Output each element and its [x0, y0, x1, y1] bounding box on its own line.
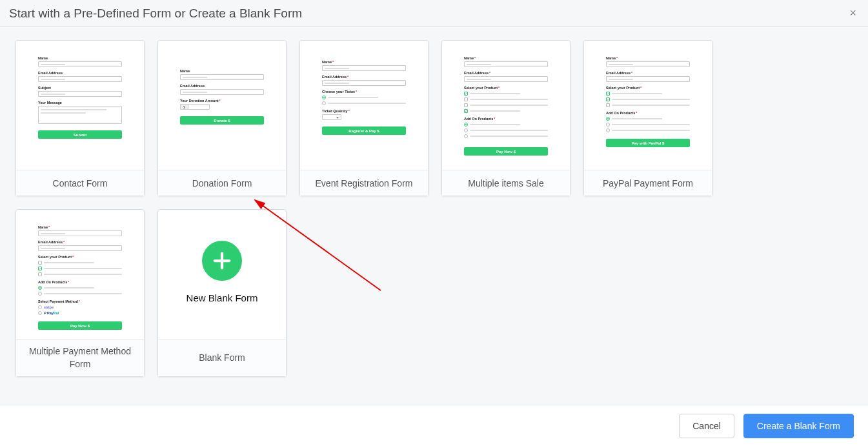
field-select-qty [322, 114, 341, 120]
card-preview: Name* Email Address* Choose your Ticket*… [300, 41, 428, 170]
addon-option [38, 292, 122, 296]
method-paypal: P PayPal [38, 311, 122, 315]
preview-register-button: Register & Pay $ [322, 127, 406, 135]
product-option [606, 97, 690, 101]
template-card-multi-sale[interactable]: Name* Email Address* Select your Product… [441, 40, 570, 196]
field-input [464, 76, 548, 82]
field-input [38, 245, 122, 251]
card-preview: Name* Email Address* Select your Product… [442, 41, 570, 170]
product-option [38, 272, 122, 276]
template-card-contact[interactable]: Name Email Address Subject Your Message … [15, 40, 145, 196]
close-icon[interactable]: × [847, 4, 859, 23]
field-input [322, 65, 406, 71]
field-label-email: Email Address* [38, 240, 122, 244]
field-input [38, 91, 122, 97]
card-label: Multiple Payment Method Form [16, 339, 144, 376]
product-option [606, 103, 690, 107]
template-card-event[interactable]: Name* Email Address* Choose your Ticket*… [299, 40, 429, 196]
field-label-name: Name [38, 56, 122, 60]
product-option [38, 261, 122, 265]
modal-footer: Cancel Create a Blank Form [0, 405, 868, 446]
card-label: PayPal Payment Form [584, 170, 712, 196]
field-label-name: Name* [464, 56, 548, 60]
product-option [464, 92, 548, 96]
ticket-option [322, 101, 406, 105]
new-blank-form-text: New Blank Form [158, 292, 286, 303]
field-label-email: Email Address [180, 84, 264, 88]
field-label-addon: Add On Products* [606, 111, 690, 115]
addon-option [606, 123, 690, 127]
field-input [38, 230, 122, 236]
preview-pay-button: Pay Now $ [464, 147, 548, 156]
field-input [180, 89, 264, 95]
field-label-email: Email Address* [606, 71, 690, 75]
addon-option [464, 134, 548, 138]
field-label-addon: Add On Products* [38, 280, 122, 284]
modal-header: Start with a Pre-Defined Form or Create … [0, 0, 868, 27]
product-option [464, 103, 548, 107]
field-label-product: Select your Product* [606, 86, 690, 90]
method-stripe: stripe [38, 305, 122, 309]
preview-paypal-button: Pay with PayPal $ [606, 139, 690, 147]
modal-title: Start with a Pre-Defined Form or Create … [9, 6, 302, 21]
addon-option [606, 128, 690, 132]
card-preview: Name Email Address Subject Your Message … [16, 41, 144, 170]
product-option [38, 267, 122, 270]
field-label-name: Name [180, 69, 264, 73]
addon-option [606, 117, 690, 121]
field-label-email: Email Address* [322, 75, 406, 79]
plus-icon [202, 241, 242, 281]
field-amount [188, 104, 210, 110]
cancel-button[interactable]: Cancel [679, 414, 734, 438]
card-preview: Name* Email Address* Select your Product… [16, 210, 144, 339]
field-label-subject: Subject [38, 86, 122, 90]
addon-option [464, 123, 548, 127]
field-label-qty: Ticket Quantity* [322, 109, 406, 113]
card-label: Contact Form [16, 170, 144, 196]
addon-option [38, 286, 122, 290]
template-card-paypal[interactable]: Name* Email Address* Select your Product… [583, 40, 712, 196]
field-label-email: Email Address* [464, 71, 548, 75]
field-input [38, 76, 122, 82]
preview-donate-button: Donate $ [180, 116, 264, 125]
field-input [38, 61, 122, 67]
field-label-name: Name* [38, 225, 122, 229]
card-label: Multiple items Sale [442, 170, 570, 196]
card-label: Event Registration Form [300, 170, 428, 196]
template-cards-grid: Name Email Address Subject Your Message … [0, 27, 868, 390]
card-preview: Name* Email Address* Select your Product… [584, 41, 712, 170]
template-card-blank[interactable]: New Blank Form Blank Form [157, 209, 287, 377]
field-input [606, 61, 690, 67]
field-label-name: Name* [606, 56, 690, 60]
currency-icon: $ [180, 104, 188, 110]
field-label-amount: Your Donation Amount* [180, 99, 264, 103]
product-option [606, 92, 690, 96]
field-label-addon: Add On Products* [464, 117, 548, 121]
product-option [464, 97, 548, 101]
template-card-donation[interactable]: Name Email Address Your Donation Amount*… [157, 40, 287, 196]
field-label-product: Select your Product* [38, 255, 122, 259]
template-card-multi-pay[interactable]: Name* Email Address* Select your Product… [15, 209, 145, 377]
card-label: Donation Form [158, 170, 286, 196]
card-preview: Name Email Address Your Donation Amount*… [158, 41, 286, 170]
field-label-name: Name* [322, 60, 406, 64]
field-label-message: Your Message [38, 101, 122, 105]
field-input [606, 76, 690, 82]
field-textarea [38, 106, 122, 124]
field-label-email: Email Address [38, 71, 122, 75]
preview-pay-button: Pay Now $ [38, 321, 122, 330]
field-label-product: Select your Product* [464, 86, 548, 90]
card-label: Blank Form [158, 339, 286, 376]
field-input [322, 80, 406, 86]
field-input [464, 61, 548, 67]
product-option [464, 109, 548, 113]
field-amount-group: $ [180, 104, 264, 110]
card-preview: New Blank Form [158, 210, 286, 339]
field-label-ticket: Choose your Ticket* [322, 90, 406, 94]
create-blank-form-button[interactable]: Create a Blank Form [743, 414, 854, 438]
preview-submit-button: Submit [38, 130, 122, 139]
addon-option [464, 128, 548, 132]
field-label-method: Select Payment Method* [38, 299, 122, 303]
ticket-option [322, 96, 406, 99]
field-input [180, 74, 264, 80]
